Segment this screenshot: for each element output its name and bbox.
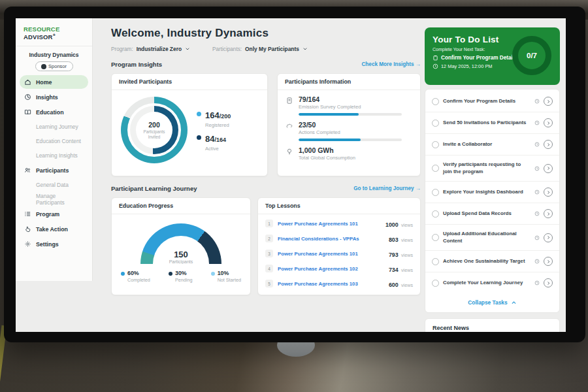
actions-progress-bar: [299, 139, 402, 141]
task-row-confirm-program[interactable]: Confirm Your Program Details: [425, 91, 559, 112]
task-open-button[interactable]: [544, 278, 553, 287]
lesson-views: 734: [389, 267, 399, 273]
sidebar-item-home[interactable]: Home: [20, 75, 88, 89]
sidebar-item-take-action[interactable]: Take Action: [20, 222, 88, 236]
task-open-button[interactable]: [544, 188, 553, 197]
sidebar-item-manage-participants[interactable]: Manage Participants: [20, 193, 88, 206]
lesson-rank: 4: [265, 265, 273, 272]
task-row-verify-participants[interactable]: Verify participants requesting to join t…: [425, 155, 559, 182]
actions-icon: [286, 122, 293, 130]
lesson-link[interactable]: Power Purchase Agreements 102: [278, 266, 384, 272]
info-row-actions: 23/50 Actions Completed: [278, 116, 420, 141]
sidebar-item-label: Education Content: [36, 138, 81, 144]
sidebar-item-general-data[interactable]: General Data: [20, 178, 88, 191]
task-open-button[interactable]: [544, 209, 553, 218]
chevron-up-icon: [511, 300, 517, 306]
sidebar-menu: Home Insights Education Learning Journey…: [16, 75, 92, 251]
chevron-right-icon: [546, 99, 551, 104]
bulb-icon: [286, 148, 293, 155]
clock-icon: [534, 166, 540, 171]
sidebar-item-label: Insights: [36, 94, 58, 101]
task-row-upload-educational-content[interactable]: Upload Additional Educational Content: [425, 225, 559, 251]
todo-hero-card: Your To Do List Complete Your Next Task:…: [425, 27, 560, 85]
task-label: Upload Spend Data Records: [443, 210, 531, 218]
sidebar-item-insights[interactable]: Insights: [20, 90, 88, 104]
task-open-button[interactable]: [544, 140, 553, 149]
arrow-right-icon: →: [416, 186, 421, 191]
task-open-button[interactable]: [544, 118, 553, 127]
check-more-insights-link[interactable]: Check More Insights →: [361, 61, 421, 67]
go-to-learning-journey-link[interactable]: Go to Learning Journey →: [353, 186, 421, 191]
sidebar-item-education[interactable]: Education: [20, 105, 88, 119]
clock-icon: [433, 63, 438, 69]
legend-dot-not-started: [211, 272, 215, 276]
legend-item-completed: 60%Completed: [121, 270, 150, 283]
task-row-send-invitations[interactable]: Send 50 Invitations to Participants: [425, 112, 559, 134]
chevron-right-icon: [546, 281, 551, 286]
info-caption: Emission Survey Completed: [299, 104, 402, 110]
task-open-button[interactable]: [544, 97, 553, 106]
collapse-tasks-link[interactable]: Collapse Tasks: [425, 293, 559, 311]
task-checkbox[interactable]: [432, 280, 439, 287]
task-label: Invite a Collaborator: [443, 141, 531, 148]
lesson-row: 5 Power Purchase Agreements 103 600 view…: [258, 274, 420, 289]
clock-icon: [534, 211, 540, 216]
participants-label: Participants:: [212, 46, 242, 52]
book-icon: [24, 108, 31, 116]
sidebar-item-label: Participants: [36, 167, 69, 174]
task-checkbox[interactable]: [432, 234, 439, 241]
program-dropdown[interactable]: Program: Industrialize Zero: [111, 46, 190, 52]
legend-value: 164: [205, 110, 220, 120]
task-row-achieve-sustainability-target[interactable]: Achieve One Sustainability Target: [425, 251, 559, 272]
task-open-button[interactable]: [544, 233, 553, 242]
task-checkbox[interactable]: [432, 120, 439, 127]
task-open-button[interactable]: [544, 164, 553, 173]
emission-survey-progress-bar: [299, 113, 402, 116]
legend-caption: Active: [205, 146, 226, 152]
task-row-complete-learning-journey[interactable]: Complete Your Learning Journey: [425, 272, 559, 293]
insights-cards-row: Invited Participants 200 Participants In…: [111, 73, 421, 176]
sidebar-item-settings[interactable]: Settings: [20, 237, 88, 251]
lesson-link[interactable]: Power Purchase Agreements 101: [278, 221, 381, 227]
legend-caption: Pending: [175, 277, 192, 283]
lesson-link[interactable]: Financial Considerations - VPPAs: [278, 236, 384, 242]
page-title: Welcome, Industry Dynamics: [111, 27, 421, 40]
task-label: Achieve One Sustainability Target: [443, 258, 531, 265]
program-label: Program:: [111, 46, 133, 52]
link-label: Go to Learning Journey: [353, 186, 414, 191]
invited-participants-donut-chart: 200 Participants Invited: [121, 97, 188, 163]
todo-progress-value: 0/7: [527, 52, 537, 59]
sidebar-item-program[interactable]: Program: [20, 207, 88, 221]
task-checkbox[interactable]: [432, 141, 439, 148]
participants-value: Only My Participants: [245, 46, 299, 52]
lesson-views: 793: [389, 252, 399, 258]
task-label: Verify participants requesting to join t…: [443, 161, 531, 175]
sidebar-item-label: Learning Insights: [36, 152, 78, 159]
task-checkbox[interactable]: [432, 210, 439, 218]
task-row-upload-spend-data[interactable]: Upload Spend Data Records: [425, 203, 559, 225]
participants-dropdown[interactable]: Participants: Only My Participants: [212, 46, 308, 52]
sidebar-item-learning-insights[interactable]: Learning Insights: [20, 149, 88, 162]
invited-participants-body: 200 Participants Invited 164/200 Registe: [112, 90, 267, 163]
task-checkbox[interactable]: [432, 258, 439, 265]
task-checkbox[interactable]: [432, 189, 439, 196]
task-row-invite-collaborator[interactable]: Invite a Collaborator: [425, 134, 559, 155]
clock-icon: [534, 235, 540, 240]
education-progress-card: Education Progress 150 Participants: [111, 197, 251, 295]
monitor-bezel: RESOURCE ADVISOR+ Industry Dynamics Spon…: [4, 7, 585, 342]
lesson-link[interactable]: Power Purchase Agreements 101: [278, 251, 384, 257]
sidebar-item-participants[interactable]: Participants: [20, 163, 88, 177]
chevron-right-icon: [546, 235, 551, 240]
task-checkbox[interactable]: [432, 165, 439, 172]
sidebar-item-learning-journey[interactable]: Learning Journey: [20, 120, 88, 133]
sidebar-item-education-content[interactable]: Education Content: [20, 135, 88, 148]
task-checkbox[interactable]: [432, 98, 439, 105]
lesson-views-suffix: views: [401, 282, 413, 288]
lesson-row: 3 Power Purchase Agreements 101 793 view…: [258, 244, 420, 259]
task-open-button[interactable]: [544, 257, 553, 266]
lesson-link[interactable]: Power Purchase Agreements 103: [278, 281, 384, 287]
clipboard-icon: [433, 55, 438, 61]
task-row-explore-insights[interactable]: Explore Your Insights Dashboard: [425, 182, 559, 203]
legend-value: 84: [205, 134, 214, 144]
collapse-label: Collapse Tasks: [468, 299, 507, 306]
